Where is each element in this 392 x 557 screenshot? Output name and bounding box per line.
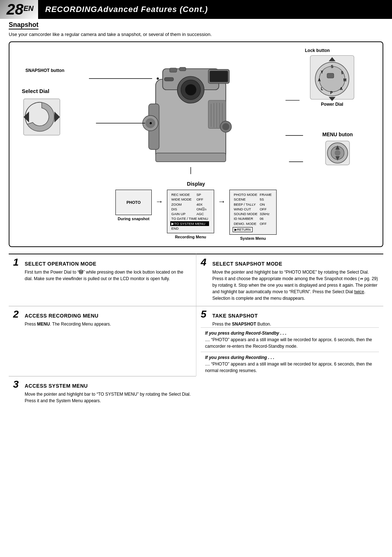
step-2: 2 ACCESS RECORDING MENU Press MENU. The … — [9, 306, 196, 376]
select-dial-icon — [22, 97, 62, 137]
svg-text:Y: Y — [321, 70, 323, 74]
svg-rect-0 — [156, 79, 226, 160]
menu-screens-row: PHOTO During snapshot → REC MODESP WIDE … — [15, 190, 377, 241]
section-title: Snapshot — [9, 21, 383, 29]
svg-rect-10 — [208, 100, 226, 128]
recording-menu-table: REC MODESP WIDE MODEOFF ZOOM40X DISONⒼ₀ … — [170, 192, 209, 231]
step-2-number: 2 — [13, 309, 22, 319]
menu-button-label: MENU buton — [305, 132, 370, 137]
if-press-standby-title: If you press during Record-Standby . . . — [205, 331, 286, 336]
display-label: Display — [187, 181, 205, 187]
system-menu-caption: System Menu — [240, 236, 266, 241]
svg-point-3 — [181, 80, 200, 100]
table-row: ID NUMBER06 — [233, 216, 273, 221]
step-1-header: 1 SELECT OPERATION MODE — [13, 257, 192, 267]
arrow-2: → — [218, 190, 226, 206]
main-content: Snapshot Use your camcorder like a regul… — [0, 21, 392, 417]
return-box: ▶RETURN — [233, 227, 253, 232]
svg-point-16 — [143, 116, 158, 131]
table-row: REC MODESP — [170, 192, 209, 197]
during-snapshot-caption: During snapshot — [118, 217, 149, 221]
recording-menu-content: REC MODESP WIDE MODEOFF ZOOM40X DISONⒼ₀ … — [167, 190, 214, 233]
select-dial-label: Select Dial — [22, 88, 87, 94]
step-3: 3 ACCESS SYSTEM MENU Move the pointer an… — [9, 376, 196, 408]
step-1-number: 1 — [13, 257, 22, 267]
title-recording: RECORDING — [45, 5, 97, 14]
table-row: BEEP / TALLYON — [233, 202, 273, 207]
system-menu-table: PHOTO MODEFRAME SCENE5S BEEP / TALLYON W… — [233, 192, 273, 226]
table-row: DISONⒼ₀ — [170, 207, 209, 211]
svg-point-25 — [150, 122, 152, 124]
svg-text:A: A — [318, 78, 321, 82]
diagram-inner: SNAPSHOT button Select Dial Lock button — [15, 48, 377, 241]
svg-rect-8 — [170, 68, 176, 72]
during-snapshot-screen: PHOTO During snapshot — [115, 190, 152, 221]
step-5-area: 5 TAKE SNAPSHOT Press the SNAPSHOT Butto… — [196, 306, 383, 376]
svg-point-23 — [157, 77, 159, 80]
power-dial-label: Power Dial — [294, 102, 370, 107]
table-row: PHOTO MODEFRAME — [233, 192, 273, 197]
table-row: SCENE5S — [233, 197, 273, 202]
steps-grid: 1 SELECT OPERATION MODE First turn the P… — [9, 254, 383, 408]
page-number-text: 28 — [7, 1, 24, 18]
step-4-header: 4 SELECT SNAPSHOT MODE — [201, 257, 379, 267]
svg-point-20 — [222, 123, 229, 130]
arrow-1: → — [155, 190, 163, 206]
step-4: 4 SELECT SNAPSHOT MODE Move the pointer … — [196, 254, 383, 306]
table-row: WIDE MODEOFF — [170, 197, 209, 202]
step-3-header: 3 ACCESS SYSTEM MENU — [13, 379, 192, 390]
system-menu-screen: PHOTO MODEFRAME SCENE5S BEEP / TALLYON W… — [229, 190, 277, 241]
table-row: GAIN UPAGC — [170, 211, 209, 216]
svg-text:5: 5 — [341, 71, 343, 75]
step-2-title: ACCESS RECORDING MENU — [25, 313, 98, 319]
svg-text:M: M — [343, 78, 347, 82]
step-5-number: 5 — [201, 309, 209, 319]
svg-rect-6 — [210, 71, 228, 82]
page-header: 28 EN RECORDING Advanced Features (Cont.… — [0, 0, 392, 19]
svg-rect-21 — [156, 153, 226, 162]
section-title-text: Snapshot — [9, 21, 38, 29]
select-dial-area: Select Dial — [22, 88, 87, 138]
recording-menu-caption: Recording Menu — [175, 235, 206, 239]
step-2-body: Press MENU. The Recording Menu appears. — [13, 321, 192, 327]
if-press-standby: If you press during Record-Standby . . .… — [201, 327, 379, 352]
svg-rect-9 — [180, 67, 186, 71]
svg-point-19 — [220, 121, 232, 132]
en-label: EN — [24, 4, 35, 15]
svg-text:L: L — [321, 87, 323, 91]
diagram-box: SNAPSHOT button Select Dial Lock button — [9, 41, 383, 247]
step-2-header: 2 ACCESS RECORDING MENU — [13, 309, 192, 319]
table-row-highlight: ▶TO SYSTEM MENU — [170, 221, 209, 226]
table-row: ZOOM40X — [170, 202, 209, 207]
page-number: 28 EN — [0, 0, 38, 19]
svg-text:P: P — [330, 91, 333, 95]
svg-point-2 — [177, 76, 204, 103]
svg-rect-7 — [148, 104, 159, 150]
svg-rect-18 — [164, 77, 173, 81]
if-press-recording: If you press during Recording . . . ....… — [201, 352, 379, 376]
intro-text: Use your camcorder like a regular camera… — [9, 32, 383, 37]
svg-point-50 — [335, 150, 340, 156]
during-snapshot-photo: PHOTO — [115, 190, 152, 215]
step-1-body: First turn the Power Dial to “Ⓜ” while p… — [13, 269, 192, 282]
recording-menu-screen: REC MODESP WIDE MODEOFF ZOOM40X DISONⒼ₀ … — [167, 190, 214, 239]
step-3-title: ACCESS SYSTEM MENU — [25, 383, 88, 389]
svg-point-4 — [185, 84, 196, 96]
lock-power-area: Lock button S 5 M A P L A Y — [294, 48, 370, 107]
step-1-title: SELECT OPERATION MODE — [25, 261, 97, 267]
menu-button-icon — [325, 140, 350, 166]
svg-rect-5 — [208, 69, 229, 84]
svg-point-17 — [146, 118, 155, 128]
table-row: SOUND MODE32kHz — [233, 211, 273, 216]
lock-button-label: Lock button — [305, 48, 370, 53]
svg-rect-1 — [163, 69, 219, 90]
title-rest: Advanced Features (Cont.) — [97, 5, 208, 14]
system-menu-content: PHOTO MODEFRAME SCENE5S BEEP / TALLYON W… — [229, 190, 277, 235]
table-row: TO DATE / TIME MENU — [170, 216, 209, 221]
svg-rect-44 — [327, 73, 334, 78]
table-row: DEMO. MODEOFF — [233, 221, 273, 226]
step-3-number: 3 — [13, 379, 22, 390]
step-5-header: 5 TAKE SNAPSHOT — [201, 309, 379, 319]
step-5-title: TAKE SNAPSHOT — [212, 313, 258, 319]
snapshot-button-label: SNAPSHOT button — [25, 68, 64, 73]
